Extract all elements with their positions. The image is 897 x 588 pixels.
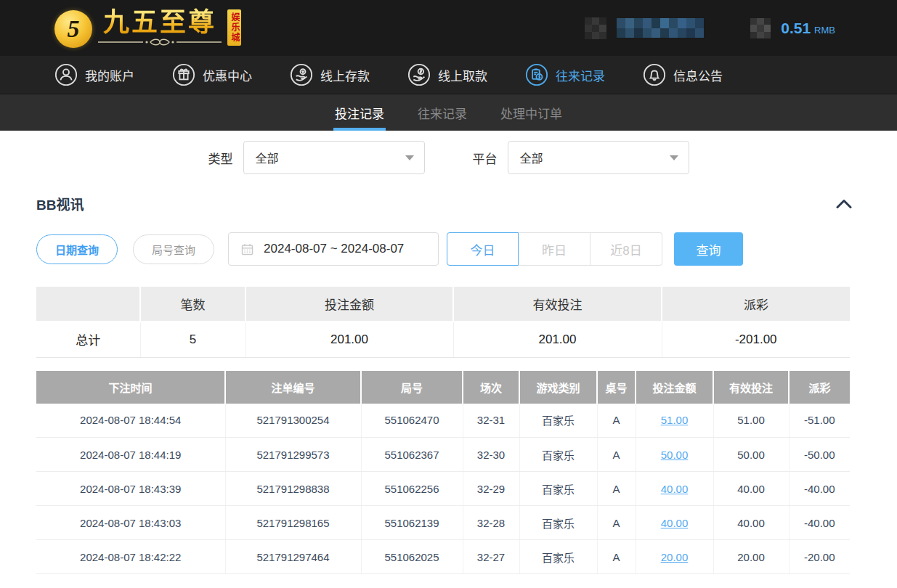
cell-bet-amount: 20.00: [636, 540, 713, 574]
round-query-label: 局号查询: [152, 242, 195, 257]
col-payout: 派彩: [789, 371, 850, 404]
cell-payout: -50.00: [789, 438, 850, 472]
balance-amount: 0.51: [781, 20, 811, 36]
chevron-up-icon[interactable]: [836, 199, 852, 208]
bet-amount-link[interactable]: 20.00: [661, 551, 689, 563]
type-select[interactable]: 全部: [243, 141, 425, 174]
main-nav: 我的账户 优惠中心 线上存款 线上取款: [0, 56, 897, 94]
nav-label: 线上存款: [320, 66, 370, 84]
summary-table: 笔数 投注金额 有效投注 派彩 总计 5 201.00 201.00 -201.…: [36, 287, 850, 358]
today-button[interactable]: 今日: [447, 232, 519, 266]
brand-name: 九五至尊: [103, 8, 216, 37]
gift-icon: [172, 63, 195, 86]
round-query-button[interactable]: 局号查询: [133, 234, 214, 264]
cell-bet-amount: 50.00: [636, 438, 713, 472]
date-query-button[interactable]: 日期查询: [36, 234, 118, 264]
last8days-button[interactable]: 近8日: [590, 232, 662, 266]
bell-icon: [643, 63, 666, 86]
col-table-no: 桌号: [597, 371, 636, 404]
cell-round-id: 551062025: [361, 540, 463, 574]
bet-amount-link[interactable]: 50.00: [661, 449, 689, 461]
date-query-label: 日期查询: [55, 242, 99, 257]
cell-game-type: 百家乐: [519, 472, 597, 506]
nav-label: 优惠中心: [203, 66, 252, 84]
cell-game-type: 百家乐: [519, 506, 597, 540]
nav-label: 我的账户: [85, 66, 134, 84]
nav-item-withdraw[interactable]: 线上取款: [407, 63, 487, 86]
cell-bet-amount: 40.00: [636, 472, 713, 506]
bet-amount-link[interactable]: 51.00: [661, 414, 689, 426]
cell-table-no: A: [597, 438, 636, 472]
summary-total-row: 总计 5 201.00 201.00 -201.00: [36, 322, 850, 357]
col-bet-time: 下注时间: [36, 371, 225, 404]
table-row: 2024-08-07 18:42:22 521791297464 5510620…: [36, 540, 850, 574]
summary-header-bet-amount: 投注金额: [245, 287, 453, 322]
platform-select[interactable]: 全部: [508, 141, 689, 174]
cell-round-id: 551062256: [361, 472, 463, 506]
logo-icon: 5: [54, 10, 92, 48]
user-avatar-censored: [585, 17, 606, 39]
nav-item-deposit[interactable]: 线上存款: [290, 63, 370, 86]
cell-payout: -20.00: [789, 540, 850, 574]
type-select-value: 全部: [256, 149, 279, 166]
query-controls: 日期查询 局号查询 2024-08-07 ~ 2024-08-07 今日 昨日 …: [36, 232, 897, 266]
cell-game-type: 百家乐: [519, 540, 597, 574]
tab-bet-records[interactable]: 投注记录: [333, 94, 386, 131]
cell-bet-amount: 51.00: [636, 404, 713, 438]
withdraw-icon: [407, 63, 431, 86]
calendar-icon: [241, 243, 253, 256]
col-bet-amount: 投注金额: [636, 371, 713, 404]
table-row: 2024-08-07 18:43:03 521791298165 5510621…: [36, 506, 850, 540]
cell-ticket-id: 521791298165: [225, 506, 361, 540]
platform-filter-label: 平台: [473, 149, 498, 167]
quick-date-group: 今日 昨日 近8日: [447, 232, 662, 266]
site-logo[interactable]: 5 九五至尊 娱乐城: [54, 8, 241, 48]
cell-session: 32-28: [463, 506, 519, 540]
nav-item-promotions[interactable]: 优惠中心: [172, 63, 252, 86]
col-valid-bet: 有效投注: [713, 371, 789, 404]
top-header: 5 九五至尊 娱乐城 0.51RM: [0, 0, 897, 56]
table-row: 2024-08-07 18:44:19 521791299573 5510623…: [36, 438, 850, 472]
cell-bet-time: 2024-08-07 18:43:03: [36, 506, 225, 540]
tab-label: 往来记录: [418, 104, 467, 122]
tab-label: 投注记录: [335, 104, 384, 122]
username-censored: [617, 18, 704, 38]
cell-table-no: A: [597, 472, 636, 506]
cell-round-id: 551062139: [361, 506, 463, 540]
cell-bet-amount: 40.00: [636, 506, 713, 540]
cell-payout: -40.00: [789, 506, 850, 540]
nav-item-my-account[interactable]: 我的账户: [54, 63, 134, 86]
bet-amount-link[interactable]: 40.00: [661, 517, 689, 529]
records-icon: [525, 63, 548, 86]
col-game-type: 游戏类别: [519, 371, 597, 404]
cell-round-id: 551062470: [361, 404, 463, 438]
table-row: 2024-08-07 18:44:54 521791300254 5510624…: [36, 404, 850, 438]
bet-amount-link[interactable]: 40.00: [661, 483, 689, 495]
cell-table-no: A: [597, 540, 636, 574]
cell-valid-bet: 50.00: [713, 438, 789, 472]
yesterday-label: 昨日: [542, 240, 567, 258]
nav-item-announcements[interactable]: 信息公告: [643, 63, 723, 86]
tab-transaction-records[interactable]: 往来记录: [416, 94, 468, 131]
tab-pending-orders[interactable]: 处理中订单: [499, 94, 564, 131]
cell-ticket-id: 521791297464: [225, 540, 361, 574]
filter-row: 类型 全部 平台 全部: [0, 141, 897, 174]
cell-valid-bet: 51.00: [713, 404, 789, 438]
deposit-icon: [290, 63, 313, 86]
type-filter-label: 类型: [208, 149, 233, 167]
nav-label: 往来记录: [556, 66, 605, 84]
logo-badge: 娱乐城: [227, 9, 241, 46]
date-range-value: 2024-08-07 ~ 2024-08-07: [264, 242, 404, 256]
yesterday-button[interactable]: 昨日: [519, 232, 590, 266]
date-range-input[interactable]: 2024-08-07 ~ 2024-08-07: [228, 232, 439, 266]
search-button[interactable]: 查询: [674, 232, 743, 266]
cell-round-id: 551062367: [361, 438, 463, 472]
cell-bet-time: 2024-08-07 18:42:22: [36, 540, 225, 574]
cell-bet-time: 2024-08-07 18:44:19: [36, 438, 225, 472]
nav-item-transaction-records[interactable]: 往来记录: [525, 63, 605, 86]
summary-total-label: 总计: [36, 322, 140, 357]
balance-display: 0.51RMB: [781, 20, 835, 37]
person-icon: [54, 63, 78, 86]
cell-bet-time: 2024-08-07 18:44:54: [36, 404, 225, 438]
cell-ticket-id: 521791299573: [225, 438, 361, 472]
